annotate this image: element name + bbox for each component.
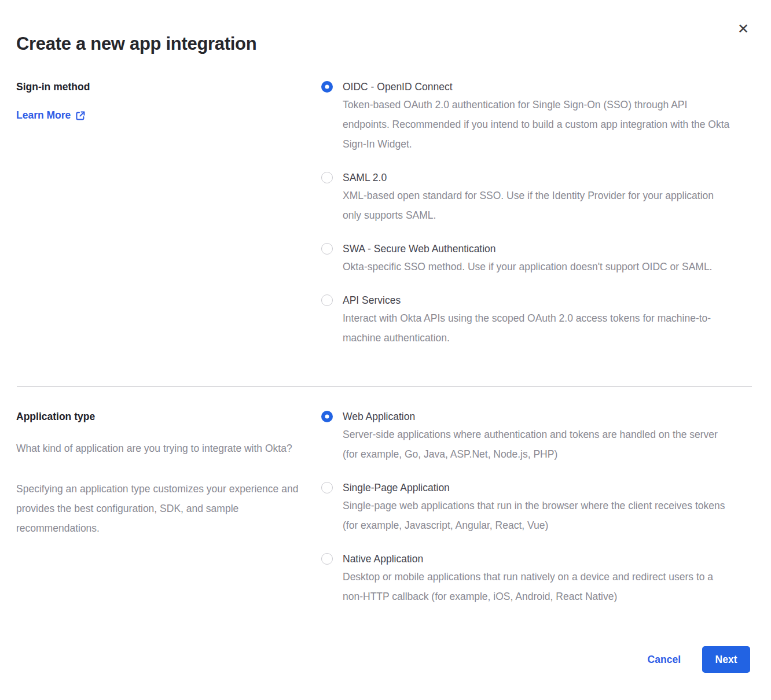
radio-option-description: Interact with Okta APIs using the scoped… [343,308,733,348]
page-title: Create a new app integration [16,34,750,54]
radio-option-description: Single-page web applications that run in… [343,496,733,535]
radio-option-text: Single-Page Application Single-page web … [343,481,733,535]
radio-option[interactable]: OIDC - OpenID Connect Token-based OAuth … [321,80,733,154]
application-type-options: Web Application Server-side applications… [321,410,733,606]
radio-option-description: Token-based OAuth 2.0 authentication for… [343,95,733,154]
radio-option-description: Desktop or mobile applications that run … [343,567,733,606]
radio-button[interactable] [321,482,333,493]
radio-option-text: Native Application Desktop or mobile app… [343,552,733,606]
signin-method-left-column: Sign-in method Learn More [16,80,321,121]
radio-option-text: SWA - Secure Web Authentication Okta-spe… [343,242,712,277]
radio-button[interactable] [321,172,333,183]
dialog-footer: Cancel Next [648,646,750,673]
radio-option-description: Server-side applications where authentic… [343,425,733,464]
radio-option[interactable]: Native Application Desktop or mobile app… [321,552,733,606]
radio-button[interactable] [321,553,333,565]
close-icon[interactable]: ✕ [735,21,751,37]
signin-method-label: Sign-in method [16,80,304,93]
radio-option[interactable]: SAML 2.0 XML-based open standard for SSO… [321,171,733,225]
external-link-icon [75,110,86,121]
learn-more-link[interactable]: Learn More [16,109,86,121]
application-type-left-column: Application type What kind of applicatio… [16,410,321,538]
create-app-integration-dialog: ✕ Create a new app integration Sign-in m… [0,0,771,606]
learn-more-label: Learn More [16,109,71,121]
radio-button[interactable] [321,243,333,255]
radio-option-label[interactable]: Web Application [343,410,733,423]
radio-option-text: SAML 2.0 XML-based open standard for SSO… [343,171,733,225]
cancel-button[interactable]: Cancel [648,654,681,666]
radio-option[interactable]: Single-Page Application Single-page web … [321,481,733,535]
signin-method-section: Sign-in method Learn More OIDC - OpenID … [16,80,750,348]
radio-option-text: API Services Interact with Okta APIs usi… [343,294,733,348]
application-type-label: Application type [16,410,304,423]
radio-button[interactable] [321,411,333,422]
radio-button[interactable] [321,81,333,93]
radio-option-label[interactable]: SWA - Secure Web Authentication [343,242,712,255]
radio-option[interactable]: API Services Interact with Okta APIs usi… [321,294,733,348]
radio-button[interactable] [321,294,333,306]
next-button[interactable]: Next [702,646,750,673]
radio-option-label[interactable]: OIDC - OpenID Connect [343,80,733,93]
application-type-section: Application type What kind of applicatio… [16,410,750,606]
section-divider [17,386,752,387]
radio-option-label[interactable]: Single-Page Application [343,481,733,494]
radio-option-label[interactable]: Native Application [343,552,733,565]
application-type-explanation: Specifying an application type customize… [16,479,304,538]
radio-option-description: XML-based open standard for SSO. Use if … [343,186,733,225]
radio-option-text: OIDC - OpenID Connect Token-based OAuth … [343,80,733,154]
radio-option-description: Okta-specific SSO method. Use if your ap… [343,257,712,277]
radio-option[interactable]: SWA - Secure Web Authentication Okta-spe… [321,242,733,277]
radio-option[interactable]: Web Application Server-side applications… [321,410,733,464]
signin-method-options: OIDC - OpenID Connect Token-based OAuth … [321,80,733,348]
application-type-question: What kind of application are you trying … [16,439,304,458]
radio-option-label[interactable]: API Services [343,294,733,307]
radio-option-label[interactable]: SAML 2.0 [343,171,733,184]
radio-option-text: Web Application Server-side applications… [343,410,733,464]
